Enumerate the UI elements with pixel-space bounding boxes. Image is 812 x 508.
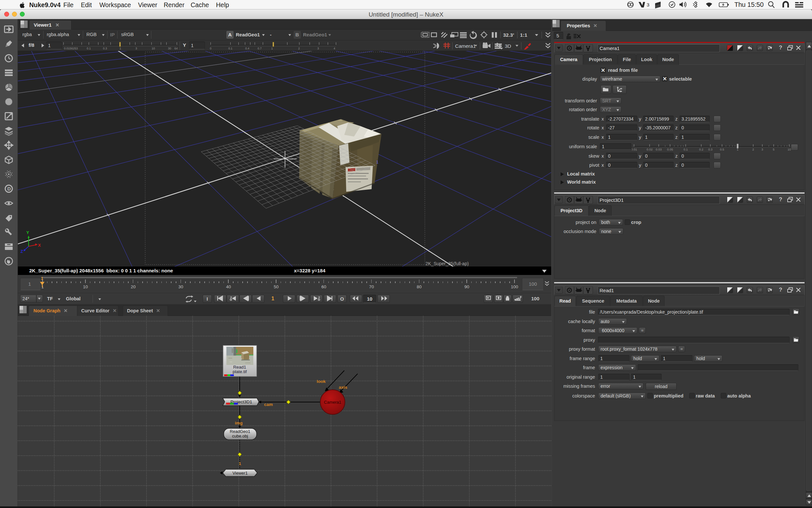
svg-text:Viewer1: Viewer1 — [233, 471, 248, 475]
svg-text:2K_Super_35(full-ap): 2K_Super_35(full-ap) — [426, 261, 469, 266]
svg-text:0.05: 0.05 — [667, 147, 673, 151]
svg-text:2: 2 — [752, 147, 754, 151]
svg-text:axis: axis — [339, 385, 347, 390]
svg-text:1: 1 — [376, 160, 378, 164]
svg-text:1: 1 — [239, 461, 241, 466]
svg-text:3D: 3D — [505, 43, 511, 49]
svg-text:Camera1: Camera1 — [324, 400, 341, 405]
svg-text:Z: Z — [20, 249, 23, 254]
svg-text:5: 5 — [773, 147, 774, 151]
svg-text:Camera1: Camera1 — [455, 43, 476, 49]
svg-text:D: D — [7, 186, 11, 192]
svg-text:0.2: 0.2 — [699, 147, 703, 151]
svg-text:img: img — [235, 421, 243, 425]
svg-text:plate.tif: plate.tif — [233, 369, 247, 374]
svg-text:cam: cam — [264, 402, 273, 407]
svg-text:1:1: 1:1 — [520, 32, 527, 38]
svg-text:0.1: 0.1 — [683, 147, 687, 151]
svg-text:Thu 15:50: Thu 15:50 — [734, 1, 764, 8]
svg-text:0.01: 0.01 — [632, 147, 637, 151]
svg-text:0.5: 0.5 — [720, 147, 724, 151]
svg-text:ReadGeo1: ReadGeo1 — [230, 429, 250, 434]
svg-text:0.03: 0.03 — [656, 147, 662, 151]
svg-text:32.3': 32.3' — [503, 32, 514, 38]
svg-text:3: 3 — [647, 2, 649, 7]
svg-text:3: 3 — [761, 147, 763, 151]
svg-text:0.3: 0.3 — [708, 147, 712, 151]
svg-text:X: X — [38, 243, 41, 248]
svg-text:Read1: Read1 — [233, 365, 246, 370]
svg-text:look: look — [317, 379, 326, 384]
svg-text:cube.obj: cube.obj — [232, 433, 248, 438]
svg-text:10: 10 — [787, 147, 791, 151]
svg-text:0.02: 0.02 — [647, 147, 653, 151]
svg-text:Y: Y — [26, 230, 29, 235]
